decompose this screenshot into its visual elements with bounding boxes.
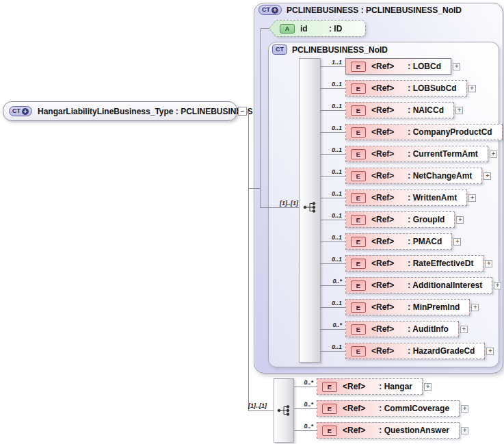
element-name-label: : MinPremInd (408, 302, 460, 312)
element-box-questionanswer[interactable]: E <Ref> : QuestionAnswer (317, 422, 460, 439)
expand-plus-icon[interactable]: + (483, 172, 491, 180)
element-box-writtenamt[interactable]: E <Ref> : WrittenAmt (345, 190, 467, 206)
element-box-rateeffectivedt[interactable]: E <Ref> : RateEffectiveDt (345, 255, 483, 272)
element-name-label: : HazardGradeCd (408, 346, 475, 356)
cardinality-label: 1..1 (315, 59, 342, 66)
cardinality-label: 0..* (286, 401, 313, 408)
collapse-toggle[interactable]: − (238, 107, 247, 116)
cardinality-label: 0..1 (315, 190, 342, 197)
expand-plus-icon[interactable]: + (490, 151, 497, 158)
cardinality-label: 0..1 (315, 234, 342, 241)
element-badge-icon: E (322, 426, 337, 436)
expand-plus-icon[interactable]: + (453, 238, 461, 246)
expand-plus-icon[interactable]: + (486, 348, 494, 355)
element-ref-label: <Ref> (371, 127, 394, 137)
expand-plus-icon[interactable]: + (485, 260, 492, 267)
expand-plus-icon[interactable]: + (460, 326, 468, 333)
expand-plus-icon[interactable]: + (461, 427, 468, 434)
element-ref-label: <Ref> (343, 404, 365, 413)
element-badge-icon: E (351, 259, 366, 269)
element-badge-icon: E (351, 237, 366, 247)
element-badge-icon: E (351, 62, 366, 72)
element-row-hangar: E <Ref> : Hangar + (317, 378, 432, 395)
element-ref-label: <Ref> (371, 280, 394, 290)
element-row-pmacd: E <Ref> : PMACd + (345, 233, 461, 250)
element-badge-icon: E (351, 324, 366, 335)
element-box-groupid[interactable]: E <Ref> : GroupId (345, 211, 455, 228)
element-ref-label: <Ref> (371, 62, 394, 71)
element-badge-icon: E (351, 346, 366, 356)
element-row-groupid: E <Ref> : GroupId + (345, 211, 464, 228)
element-box-lobsubcd[interactable]: E <Ref> : LOBSubCd (345, 80, 467, 96)
element-ref-label: <Ref> (371, 83, 394, 93)
element-box-auditinfo[interactable]: E <Ref> : AuditInfo (345, 321, 459, 337)
element-box-minpremind[interactable]: E <Ref> : MinPremInd (345, 299, 470, 315)
element-row-netchangeamt: E <Ref> : NetChangeAmt + (345, 168, 491, 184)
cardinality-label: 0..1 (315, 343, 342, 350)
cardinality-label: 0..1 (315, 103, 342, 109)
group-cardinality-label: [1]..[1] (248, 402, 267, 409)
element-badge-icon: E (351, 280, 366, 291)
expand-plus-icon[interactable]: + (424, 383, 432, 391)
element-ref-label: <Ref> (343, 382, 365, 391)
expand-plus-icon[interactable]: + (456, 216, 464, 224)
element-badge-icon: E (351, 105, 366, 116)
element-box-companyproductcd[interactable]: E <Ref> : CompanyProductCd (345, 124, 503, 140)
element-ref-label: <Ref> (371, 171, 394, 181)
element-box-additionalinterest[interactable]: E <Ref> : AdditionalInterest (345, 277, 492, 293)
cardinality-label: 0..1 (315, 146, 342, 153)
group-cardinality-label: [1]..[1] (268, 200, 298, 207)
element-ref-label: <Ref> (371, 324, 394, 334)
cardinality-label: 0..1 (315, 125, 342, 131)
cardinality-label: 0..* (286, 379, 313, 386)
element-box-hazardgradecd[interactable]: E <Ref> : HazardGradeCd (345, 343, 485, 359)
cardinality-label: 0..1 (315, 81, 342, 88)
element-row-hazardgradecd: E <Ref> : HazardGradeCd + (345, 343, 494, 359)
element-ref-label: <Ref> (371, 105, 394, 115)
element-row-lobcd: E <Ref> : LOBCd + (345, 58, 460, 75)
element-badge-icon: E (322, 404, 337, 414)
element-badge-icon: E (351, 302, 366, 313)
element-box-hangar[interactable]: E <Ref> : Hangar (317, 378, 423, 395)
expand-plus-icon[interactable]: + (453, 63, 460, 70)
element-box-currenttermamt[interactable]: E <Ref> : CurrentTermAmt (345, 146, 488, 162)
expand-plus-icon[interactable]: + (471, 304, 479, 311)
element-name-label: : AdditionalInterest (408, 280, 482, 290)
cardinality-label: 0..1 (315, 168, 342, 175)
element-box-naiccd[interactable]: E <Ref> : NAICCd (345, 102, 454, 118)
element-row-additionalinterest: E <Ref> : AdditionalInterest + (345, 277, 501, 293)
expand-plus-icon[interactable]: + (461, 405, 468, 413)
element-name-label: : CurrentTermAmt (408, 149, 477, 159)
schema-diagram: CT+ HangarLiabilityLineBusiness_Type : P… (0, 0, 504, 444)
element-name-label: : QuestionAnswer (379, 426, 449, 435)
element-box-netchangeamt[interactable]: E <Ref> : NetChangeAmt (345, 168, 482, 184)
expand-plus-icon[interactable]: + (468, 194, 476, 202)
element-badge-icon: E (322, 382, 337, 392)
element-badge-icon: E (351, 215, 366, 225)
cardinality-label: 0..* (315, 278, 342, 285)
element-row-auditinfo: E <Ref> : AuditInfo + (345, 321, 468, 337)
element-box-lobcd[interactable]: E <Ref> : LOBCd (345, 58, 451, 75)
element-ref-label: <Ref> (371, 215, 394, 224)
expand-plus-icon[interactable]: + (494, 282, 501, 289)
element-badge-icon: E (351, 149, 366, 159)
element-name-label: : NAICCd (408, 105, 444, 115)
element-badge-icon: E (351, 193, 366, 203)
element-name-label: : PMACd (408, 237, 442, 246)
cardinality-label: 0..* (286, 423, 313, 430)
element-row-writtenamt: E <Ref> : WrittenAmt + (345, 190, 476, 206)
element-badge-icon: E (351, 127, 366, 138)
element-name-label: : AuditInfo (408, 324, 449, 334)
expand-plus-icon[interactable]: + (468, 85, 476, 92)
element-ref-label: <Ref> (371, 346, 394, 356)
element-box-commlcoverage[interactable]: E <Ref> : CommlCoverage (317, 400, 460, 417)
expand-plus-icon[interactable]: + (455, 107, 463, 114)
element-box-pmacd[interactable]: E <Ref> : PMACd (345, 233, 452, 250)
element-row-naiccd: E <Ref> : NAICCd + (345, 102, 463, 118)
element-badge-icon: E (351, 171, 366, 181)
element-ref-label: <Ref> (371, 237, 394, 246)
element-name-label: : CommlCoverage (379, 404, 449, 413)
element-row-questionanswer: E <Ref> : QuestionAnswer + (317, 422, 468, 439)
cardinality-label: 0..1 (315, 300, 342, 306)
element-ref-label: <Ref> (371, 149, 394, 159)
